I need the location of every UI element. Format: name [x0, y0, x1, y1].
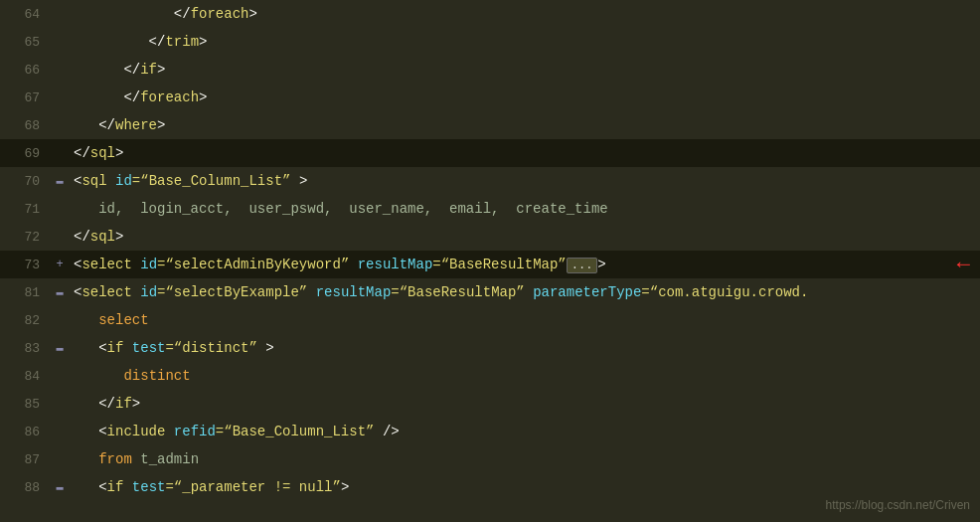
- code-token: >: [248, 6, 256, 22]
- line-content: </foreach>: [70, 6, 980, 22]
- code-token: id: [140, 284, 157, 300]
- code-token: [165, 424, 173, 439]
- code-token: </: [74, 89, 140, 105]
- code-token: test: [132, 479, 166, 495]
- code-token: foreach: [140, 89, 199, 105]
- code-token: >: [199, 89, 207, 105]
- line-number: 85: [0, 397, 50, 412]
- code-token: if: [107, 340, 124, 356]
- code-token: sql: [90, 229, 115, 245]
- code-token: >: [341, 479, 349, 495]
- code-token: >: [115, 229, 123, 245]
- code-token: sql: [90, 145, 115, 161]
- code-token: refid: [174, 424, 216, 439]
- line-content: </sql>: [70, 229, 980, 245]
- code-token: <: [74, 424, 107, 439]
- line-content: id, login_acct, user_pswd, user_name, em…: [70, 201, 980, 217]
- code-token: [107, 173, 115, 189]
- fold-collapse-icon[interactable]: ▬: [50, 480, 70, 494]
- code-lines: 64 </foreach>65 </trim>66 </if>67 </fore…: [0, 0, 980, 501]
- code-token: <: [74, 479, 107, 495]
- code-token: select: [82, 257, 131, 272]
- code-token: </: [74, 117, 115, 133]
- line-content: </if>: [70, 396, 980, 412]
- code-editor: 64 </foreach>65 </trim>66 </if>67 </fore…: [0, 0, 980, 522]
- line-73: 73+<select id=“selectAdminByKeyword” res…: [0, 251, 980, 278]
- watermark: https://blog.csdn.net/Criven: [826, 498, 970, 512]
- code-token: =“BaseResultMap”: [391, 284, 524, 300]
- code-token: from: [98, 451, 132, 467]
- code-token: if: [140, 62, 157, 78]
- line-content: </if>: [70, 62, 980, 78]
- line-content: from t_admin: [70, 451, 980, 467]
- code-token: </: [74, 145, 90, 161]
- line-content: </foreach>: [70, 89, 980, 105]
- code-token: if: [115, 396, 132, 412]
- line-64: 64 </foreach>: [0, 0, 980, 28]
- code-token: >: [199, 34, 207, 50]
- code-token: resultMap: [358, 257, 433, 272]
- code-token: </: [74, 34, 165, 50]
- code-token: t_admin: [132, 451, 199, 467]
- line-content: <select id=“selectAdminByKeyword” result…: [70, 257, 980, 272]
- code-token: <: [74, 340, 107, 356]
- line-68: 68 </where>: [0, 111, 980, 139]
- code-token: =“BaseResultMap”: [432, 257, 566, 272]
- line-number: 67: [0, 90, 50, 105]
- code-token: >: [132, 396, 140, 412]
- code-token: =“Base_Column_List”: [132, 173, 291, 189]
- line-number: 69: [0, 146, 50, 161]
- code-token: id: [140, 257, 157, 272]
- code-token: =“_parameter != null”: [165, 479, 340, 495]
- code-token: select: [98, 312, 148, 328]
- line-number: 81: [0, 285, 50, 300]
- code-token: </: [74, 6, 191, 22]
- line-number: 68: [0, 118, 50, 133]
- code-token: =“selectAdminByKeyword”: [157, 257, 349, 272]
- line-number: 87: [0, 452, 50, 467]
- code-token: =“Base_Column_List”: [216, 424, 375, 439]
- code-token: >: [290, 173, 307, 189]
- line-content: <sql id=“Base_Column_List” >: [70, 173, 980, 189]
- code-token: [307, 284, 315, 300]
- fold-collapse-icon[interactable]: ▬: [50, 285, 70, 299]
- code-token: </: [74, 62, 140, 78]
- line-number: 82: [0, 313, 50, 328]
- code-token: [74, 368, 123, 384]
- code-token: >: [157, 117, 165, 133]
- code-token: trim: [165, 34, 199, 50]
- line-number: 72: [0, 230, 50, 245]
- line-70: 70▬<sql id=“Base_Column_List” >: [0, 167, 980, 195]
- fold-expand-icon[interactable]: +: [50, 258, 70, 271]
- line-content: </trim>: [70, 34, 980, 50]
- red-arrow-icon: ←: [957, 253, 970, 277]
- fold-collapse-icon[interactable]: ▬: [50, 341, 70, 355]
- code-token: =“distinct”: [165, 340, 256, 356]
- line-number: 65: [0, 35, 50, 50]
- line-71: 71 id, login_acct, user_pswd, user_name,…: [0, 195, 980, 223]
- code-token: distinct: [123, 368, 190, 384]
- code-token: [349, 257, 357, 272]
- line-88: 88▬ <if test=“_parameter != null”>: [0, 473, 980, 501]
- line-number: 64: [0, 7, 50, 22]
- collapsed-indicator[interactable]: ...: [567, 258, 598, 273]
- code-token: />: [374, 424, 399, 439]
- code-token: >: [115, 145, 123, 161]
- code-token: [74, 451, 98, 467]
- line-content: distinct: [70, 368, 980, 384]
- code-token: =“selectByExample”: [157, 284, 307, 300]
- code-token: id, login_acct, user_pswd, user_name, em…: [74, 201, 608, 217]
- code-token: test: [132, 340, 166, 356]
- line-84: 84 distinct: [0, 362, 980, 390]
- fold-collapse-icon[interactable]: ▬: [50, 174, 70, 188]
- code-token: [132, 257, 140, 272]
- line-87: 87 from t_admin: [0, 445, 980, 473]
- code-token: [74, 312, 98, 328]
- line-number: 71: [0, 202, 50, 217]
- code-token: parameterType: [533, 284, 641, 300]
- line-content: <if test=“_parameter != null”>: [70, 479, 980, 495]
- line-number: 66: [0, 63, 50, 78]
- code-token: if: [107, 479, 124, 495]
- line-86: 86 <include refid=“Base_Column_List” />: [0, 418, 980, 445]
- line-72: 72</sql>: [0, 223, 980, 251]
